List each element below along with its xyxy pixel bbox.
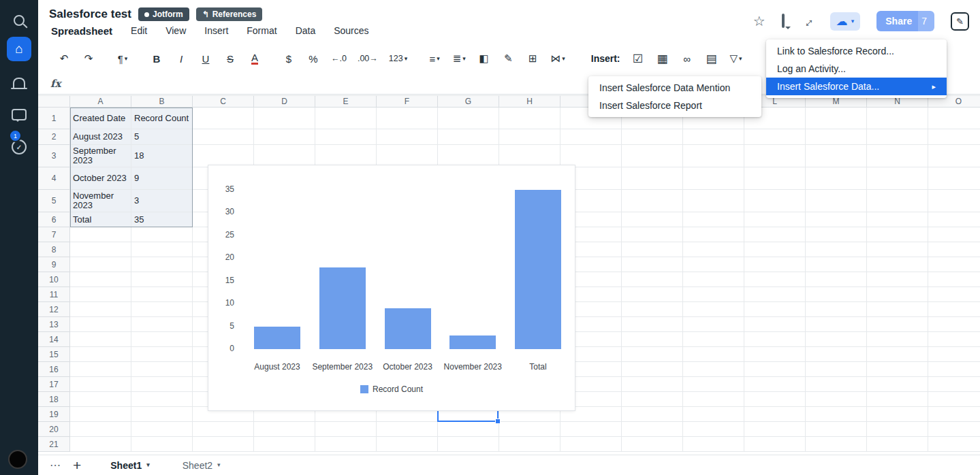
menu-item-insert-salesforce-data[interactable]: Insert Salesforce Data... ▸ bbox=[766, 78, 947, 95]
cell-A8[interactable] bbox=[70, 242, 131, 257]
row-header-18[interactable]: 18 bbox=[38, 392, 70, 407]
cell-B9[interactable] bbox=[131, 257, 193, 272]
cell-J13[interactable] bbox=[622, 317, 683, 332]
cell-A4[interactable]: October 2023 bbox=[70, 167, 131, 190]
row-header-1[interactable]: 1 bbox=[38, 108, 70, 129]
border-color-button[interactable]: ✎ bbox=[501, 52, 515, 65]
text-wrap-button[interactable]: ≣▾ bbox=[452, 52, 466, 65]
cell-D20[interactable] bbox=[254, 422, 315, 437]
decrease-decimal-button[interactable]: ←.0 bbox=[331, 54, 347, 63]
cell-C20[interactable] bbox=[193, 422, 254, 437]
cell-F2[interactable] bbox=[377, 129, 438, 145]
cell-O15[interactable] bbox=[928, 347, 980, 362]
cell-K16[interactable] bbox=[683, 362, 744, 377]
cell-O6[interactable] bbox=[928, 212, 980, 227]
cell-G3[interactable] bbox=[438, 145, 499, 167]
menu-item-insert-salesforce-report[interactable]: Insert Salesforce Report bbox=[588, 97, 761, 114]
cell-M21[interactable] bbox=[806, 437, 867, 452]
insert-calendar-button[interactable]: ▤ bbox=[705, 52, 718, 66]
cell-K3[interactable] bbox=[683, 145, 744, 167]
cell-E3[interactable] bbox=[315, 145, 377, 167]
cell-J18[interactable] bbox=[622, 392, 683, 407]
cell-C1[interactable] bbox=[193, 108, 254, 129]
cell-D2[interactable] bbox=[254, 129, 315, 145]
cell-K19[interactable] bbox=[683, 407, 744, 422]
cell-M4[interactable] bbox=[806, 167, 867, 190]
cell-D1[interactable] bbox=[254, 108, 315, 129]
cell-O2[interactable] bbox=[928, 129, 980, 145]
cell-M17[interactable] bbox=[806, 377, 867, 392]
cell-F21[interactable] bbox=[377, 437, 438, 452]
cell-N5[interactable] bbox=[867, 190, 928, 212]
cell-J10[interactable] bbox=[622, 272, 683, 287]
menu-spreadsheet[interactable]: Spreadsheet bbox=[51, 25, 112, 37]
menu-item-insert-salesforce-data-mention[interactable]: Insert Salesforce Data Mention bbox=[588, 79, 761, 97]
cell-A3[interactable]: September 2023 bbox=[70, 145, 131, 167]
cell-C3[interactable] bbox=[193, 145, 254, 167]
cell-K5[interactable] bbox=[683, 190, 744, 212]
cell-L5[interactable] bbox=[744, 190, 806, 212]
cell-K20[interactable] bbox=[683, 422, 744, 437]
cell-L15[interactable] bbox=[744, 347, 806, 362]
merge-cells-button[interactable]: ⋈▾ bbox=[550, 52, 565, 65]
cell-N2[interactable] bbox=[867, 129, 928, 145]
cell-B19[interactable] bbox=[131, 407, 193, 422]
cell-M11[interactable] bbox=[806, 287, 867, 302]
cell-L10[interactable] bbox=[744, 272, 806, 287]
favorite-star-button[interactable]: ☆ bbox=[753, 14, 765, 28]
cell-M5[interactable] bbox=[806, 190, 867, 212]
cell-C21[interactable] bbox=[193, 437, 254, 452]
row-header-14[interactable]: 14 bbox=[38, 332, 70, 347]
cell-N18[interactable] bbox=[867, 392, 928, 407]
cell-O10[interactable] bbox=[928, 272, 980, 287]
cell-I21[interactable] bbox=[560, 437, 622, 452]
cell-A9[interactable] bbox=[70, 257, 131, 272]
cell-J8[interactable] bbox=[622, 242, 683, 257]
cell-G21[interactable] bbox=[438, 437, 499, 452]
percent-format-button[interactable]: % bbox=[306, 53, 320, 65]
cell-A19[interactable] bbox=[70, 407, 131, 422]
cell-A10[interactable] bbox=[70, 272, 131, 287]
redo-button[interactable]: ↷ bbox=[82, 52, 95, 65]
cell-A14[interactable] bbox=[70, 332, 131, 347]
row-header-5[interactable]: 5 bbox=[38, 190, 70, 212]
cell-N8[interactable] bbox=[867, 242, 928, 257]
cell-M12[interactable] bbox=[806, 302, 867, 317]
cell-J20[interactable] bbox=[622, 422, 683, 437]
currency-format-button[interactable]: $ bbox=[282, 53, 296, 65]
cell-O4[interactable] bbox=[928, 167, 980, 190]
row-header-8[interactable]: 8 bbox=[38, 242, 70, 257]
cell-B15[interactable] bbox=[131, 347, 193, 362]
cell-N1[interactable] bbox=[867, 108, 928, 129]
row-header-10[interactable]: 10 bbox=[38, 272, 70, 287]
cell-O1[interactable] bbox=[928, 108, 980, 129]
cell-N3[interactable] bbox=[867, 145, 928, 167]
cell-A11[interactable] bbox=[70, 287, 131, 302]
undo-button[interactable]: ↶ bbox=[57, 52, 71, 65]
column-header-C[interactable]: C bbox=[193, 95, 254, 108]
cell-M6[interactable] bbox=[806, 212, 867, 227]
cell-O12[interactable] bbox=[928, 302, 980, 317]
notifications-button[interactable] bbox=[0, 70, 38, 95]
cell-K14[interactable] bbox=[683, 332, 744, 347]
cell-O18[interactable] bbox=[928, 392, 980, 407]
bold-button[interactable]: B bbox=[150, 53, 163, 65]
cell-L6[interactable] bbox=[744, 212, 806, 227]
cell-K9[interactable] bbox=[683, 257, 744, 272]
more-sheets-button[interactable]: ⋯ bbox=[50, 460, 61, 471]
cell-J4[interactable] bbox=[622, 167, 683, 190]
menu-item-log-an-activity[interactable]: Log an Activity... bbox=[766, 60, 947, 78]
cell-L18[interactable] bbox=[744, 392, 806, 407]
cell-J2[interactable] bbox=[622, 129, 683, 145]
cell-N4[interactable] bbox=[867, 167, 928, 190]
italic-button[interactable]: I bbox=[174, 53, 188, 65]
menu-insert[interactable]: Insert bbox=[204, 25, 228, 36]
cell-K10[interactable] bbox=[683, 272, 744, 287]
cell-O17[interactable] bbox=[928, 377, 980, 392]
cell-H2[interactable] bbox=[499, 129, 560, 145]
cell-L14[interactable] bbox=[744, 332, 806, 347]
strikethrough-button[interactable]: S bbox=[223, 53, 237, 65]
cell-O11[interactable] bbox=[928, 287, 980, 302]
comments-button[interactable] bbox=[782, 15, 785, 27]
cell-B6[interactable]: 35 bbox=[131, 212, 193, 227]
